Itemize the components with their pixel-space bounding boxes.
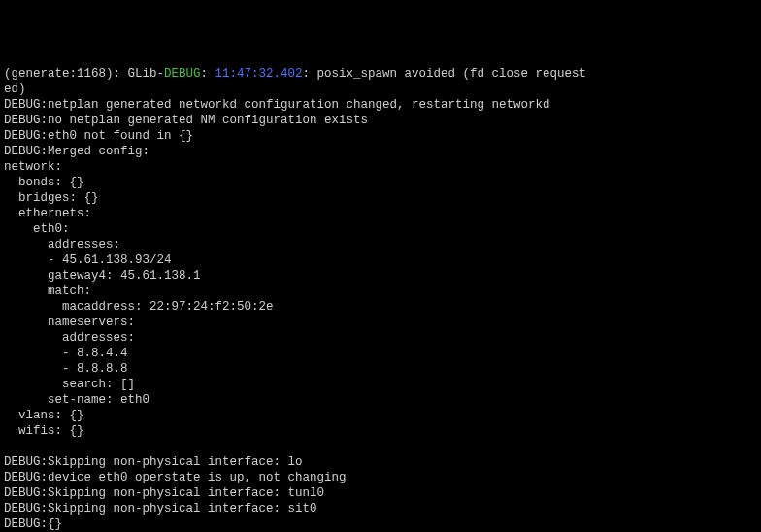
- yaml-line: ethernets:: [4, 207, 91, 220]
- log-line: DEBUG:Merged config:: [4, 145, 149, 158]
- log-line: (generate:1168): GLib-DEBUG: 11:47:32.40…: [4, 67, 586, 81]
- yaml-line: macaddress: 22:97:24:f2:50:2e: [4, 300, 274, 314]
- log-line: ed): [4, 83, 26, 96]
- log-line: DEBUG:eth0 not found in {}: [4, 129, 193, 143]
- yaml-line: match:: [4, 284, 91, 298]
- log-line: DEBUG:Skipping non-physical interface: l…: [4, 455, 303, 469]
- yaml-line: eth0:: [4, 222, 70, 236]
- log-line: DEBUG:device eth0 operstate is up, not c…: [4, 471, 347, 484]
- yaml-line: search: []: [4, 378, 135, 391]
- log-line: DEBUG:netplan generated networkd configu…: [4, 98, 550, 112]
- debug-level: DEBUG: [164, 67, 201, 81]
- glib-prefix: (generate:1168): GLib-: [4, 67, 164, 81]
- yaml-line: wifis: {}: [4, 424, 84, 438]
- log-line: DEBUG:Skipping non-physical interface: s…: [4, 502, 317, 515]
- message-text: : posix_spawn avoided (fd close request: [303, 67, 587, 81]
- yaml-line: bonds: {}: [4, 176, 84, 189]
- log-line: DEBUG:Skipping non-physical interface: t…: [4, 486, 324, 500]
- timestamp: 11:47:32.402: [215, 67, 303, 81]
- yaml-line: vlans: {}: [4, 409, 84, 422]
- yaml-line: - 8.8.8.8: [4, 362, 128, 376]
- yaml-line: - 45.61.138.93/24: [4, 253, 172, 267]
- yaml-line: addresses:: [4, 331, 135, 345]
- yaml-line: - 8.8.4.4: [4, 347, 128, 360]
- terminal-output: (generate:1168): GLib-DEBUG: 11:47:32.40…: [4, 66, 757, 532]
- yaml-line: addresses:: [4, 238, 120, 251]
- yaml-line: network:: [4, 160, 62, 174]
- yaml-line: gateway4: 45.61.138.1: [4, 269, 201, 283]
- yaml-line: nameservers:: [4, 316, 135, 329]
- log-line: DEBUG:no netplan generated NM configurat…: [4, 114, 368, 127]
- yaml-line: bridges: {}: [4, 191, 99, 205]
- separator: :: [201, 67, 215, 81]
- yaml-line: set-name: eth0: [4, 393, 149, 407]
- log-line: DEBUG:{}: [4, 517, 62, 531]
